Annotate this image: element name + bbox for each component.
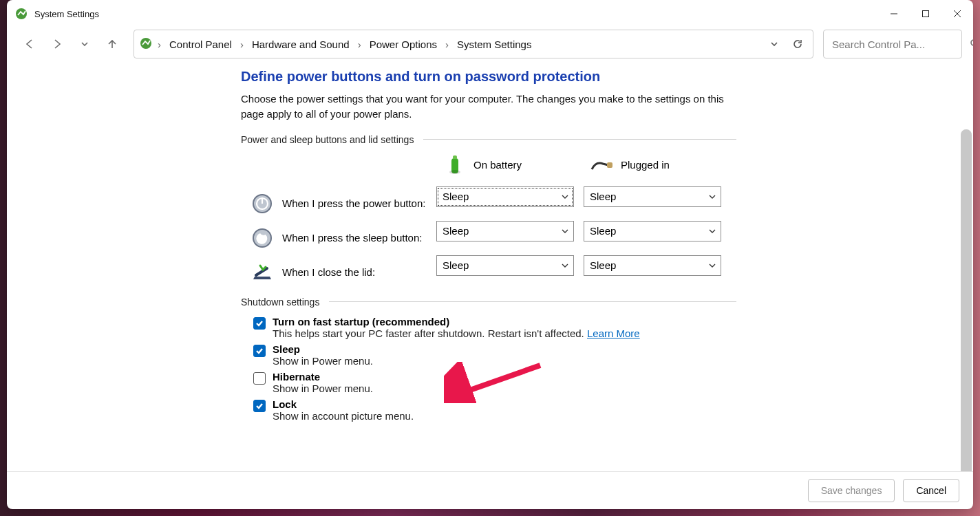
minimize-button[interactable] (878, 0, 910, 28)
select-value: Sleep (590, 191, 616, 202)
option-title: Lock (273, 398, 414, 410)
chevron-down-icon (561, 193, 569, 201)
refresh-button[interactable] (788, 34, 807, 54)
window-title: System Settings (34, 9, 99, 19)
row-label: When I press the sleep button: (282, 232, 422, 244)
footer: Save changes Cancel (7, 471, 973, 509)
search-icon (970, 39, 973, 50)
chevron-down-icon (561, 261, 569, 270)
recent-locations-button[interactable] (73, 32, 96, 56)
divider (423, 139, 736, 140)
close-button[interactable] (941, 0, 973, 28)
option-subtitle: This helps start your PC faster after sh… (273, 327, 640, 339)
chevron-right-icon: › (239, 39, 245, 50)
group-header-buttons: Power and sleep buttons and lid settings (241, 134, 736, 145)
select-value: Sleep (443, 259, 469, 271)
svg-point-10 (449, 170, 460, 174)
search-input[interactable] (831, 38, 964, 51)
chevron-down-icon (708, 193, 716, 201)
chevron-down-icon (708, 227, 716, 235)
chevron-right-icon: › (156, 39, 162, 50)
address-dropdown-button[interactable] (765, 34, 784, 54)
checkbox-sleep[interactable] (253, 345, 266, 357)
option-lock: Lock Show in account picture menu. (253, 398, 736, 422)
power-grid: On battery Plugged in When I press the p… (241, 153, 736, 290)
checkbox-lock[interactable] (253, 400, 266, 412)
chevron-down-icon (708, 261, 716, 270)
content-area: Define power buttons and turn on passwor… (7, 61, 973, 471)
breadcrumb-item[interactable]: Hardware and Sound (249, 37, 352, 52)
column-label: On battery (473, 159, 522, 171)
column-header-plugged: Plugged in (584, 153, 721, 177)
select-lid-plugged[interactable]: Sleep (584, 255, 721, 276)
breadcrumb-item[interactable]: System Settings (454, 37, 534, 52)
chevron-right-icon: › (444, 39, 450, 50)
select-value: Sleep (443, 225, 469, 237)
select-power-battery[interactable]: Sleep (436, 186, 574, 207)
cancel-button[interactable]: Cancel (903, 479, 959, 502)
option-subtitle: Show in Power menu. (273, 355, 373, 367)
address-icon (140, 37, 152, 52)
select-sleep-plugged[interactable]: Sleep (584, 221, 721, 241)
toolbar: › Control Panel › Hardware and Sound › P… (7, 28, 973, 61)
window: System Settings › Control Panel › Hardwa… (7, 0, 973, 509)
titlebar: System Settings (7, 0, 973, 28)
svg-rect-2 (923, 11, 929, 17)
power-icon (251, 192, 274, 215)
row-power-button: When I press the power button: (241, 187, 427, 220)
select-sleep-battery[interactable]: Sleep (436, 221, 574, 241)
select-lid-battery[interactable]: Sleep (436, 255, 574, 276)
group-header-shutdown: Shutdown settings (241, 297, 736, 308)
option-fast-startup: Turn on fast startup (recommended) This … (253, 316, 736, 339)
chevron-down-icon (561, 227, 569, 235)
option-subtitle: Show in Power menu. (273, 383, 373, 394)
plug-icon (590, 153, 614, 177)
option-subtitle: Show in account picture menu. (273, 410, 414, 422)
battery-icon (443, 153, 467, 177)
column-label: Plugged in (621, 159, 670, 171)
row-label: When I close the lid: (282, 266, 375, 278)
select-value: Sleep (590, 259, 616, 271)
row-close-lid: When I close the lid: (241, 256, 427, 289)
save-changes-button[interactable]: Save changes (808, 479, 895, 502)
divider (329, 301, 736, 302)
forward-button[interactable] (45, 32, 69, 56)
svg-point-6 (971, 40, 973, 45)
column-header-battery: On battery (436, 153, 574, 177)
back-button[interactable] (18, 32, 41, 56)
group-label: Shutdown settings (241, 297, 319, 308)
select-power-plugged[interactable]: Sleep (584, 186, 721, 207)
select-value: Sleep (443, 191, 469, 202)
checkbox-hibernate[interactable] (253, 372, 266, 385)
learn-more-link[interactable]: Learn More (587, 327, 640, 339)
svg-rect-11 (607, 162, 612, 168)
breadcrumb-item[interactable]: Control Panel (167, 37, 235, 52)
svg-rect-9 (453, 155, 457, 159)
svg-point-0 (16, 8, 27, 19)
group-label: Power and sleep buttons and lid settings (241, 134, 414, 145)
app-icon (15, 8, 28, 20)
option-title: Hibernate (273, 371, 373, 383)
page-description: Choose the power settings that you want … (241, 92, 736, 122)
maximize-button[interactable] (910, 0, 941, 28)
sleep-icon (251, 226, 274, 250)
option-title: Sleep (273, 343, 373, 355)
checkbox-fast-startup[interactable] (253, 317, 266, 330)
row-sleep-button: When I press the sleep button: (241, 222, 427, 255)
option-sleep: Sleep Show in Power menu. (253, 343, 736, 367)
search-box[interactable] (823, 30, 962, 58)
option-hibernate: Hibernate Show in Power menu. (253, 371, 736, 394)
breadcrumb-item[interactable]: Power Options (367, 37, 440, 52)
up-button[interactable] (100, 32, 124, 56)
laptop-lid-icon (251, 261, 274, 284)
chevron-right-icon: › (356, 39, 363, 50)
select-value: Sleep (590, 225, 616, 237)
page-title: Define power buttons and turn on passwor… (241, 69, 736, 85)
option-title: Turn on fast startup (recommended) (273, 316, 640, 327)
address-bar[interactable]: › Control Panel › Hardware and Sound › P… (134, 30, 813, 58)
row-label: When I press the power button: (282, 197, 425, 209)
scrollbar-thumb[interactable] (961, 129, 972, 471)
svg-point-5 (140, 38, 151, 49)
settings-page: Define power buttons and turn on passwor… (241, 69, 736, 423)
